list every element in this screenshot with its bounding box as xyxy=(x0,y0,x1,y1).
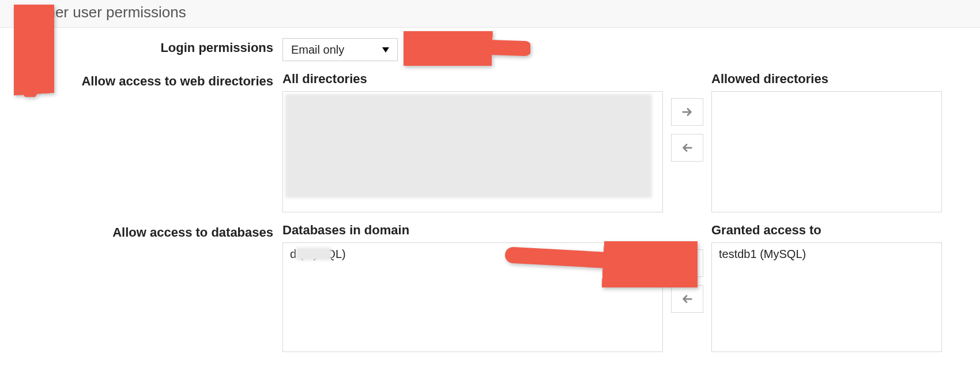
redacted-block xyxy=(285,94,652,198)
chevron-down-icon xyxy=(382,47,389,53)
row-databases: Allow access to databases Databases in d… xyxy=(0,223,980,352)
arrow-left-icon xyxy=(681,293,693,305)
section-header[interactable]: Other user permissions xyxy=(0,0,980,28)
web-directories-label: Allow access to web directories xyxy=(0,72,282,89)
all-directories-heading: All directories xyxy=(282,72,663,87)
allowed-directories-listbox[interactable] xyxy=(711,91,942,212)
chevron-down-icon xyxy=(14,9,24,16)
list-item[interactable]: d (MySQL) xyxy=(284,244,661,264)
login-permissions-label: Login permissions xyxy=(0,38,282,55)
databases-dual-list: Databases in domain d (MySQL) xyxy=(282,223,942,352)
row-web-directories: Allow access to web directories All dire… xyxy=(0,72,980,212)
databases-domain-heading: Databases in domain xyxy=(282,223,663,238)
all-directories-listbox[interactable] xyxy=(282,91,663,212)
allowed-directories-heading: Allowed directories xyxy=(711,72,942,87)
databases-domain-listbox[interactable]: d (MySQL) xyxy=(282,242,663,352)
move-left-button[interactable] xyxy=(671,285,703,313)
section-title: Other user permissions xyxy=(31,3,186,21)
arrow-right-icon xyxy=(681,257,693,270)
redacted-block xyxy=(296,248,331,260)
databases-label: Allow access to databases xyxy=(0,223,282,240)
web-directories-dual-list: All directories Allowed direc xyxy=(282,72,942,212)
login-permissions-select[interactable]: Email only xyxy=(282,38,398,61)
granted-access-heading: Granted access to xyxy=(711,223,942,238)
arrow-left-icon xyxy=(681,141,693,154)
move-right-button[interactable] xyxy=(671,249,703,277)
granted-access-listbox[interactable]: testdb1 (MySQL) xyxy=(711,242,942,352)
list-item[interactable]: testdb1 (MySQL) xyxy=(713,244,940,264)
move-right-button[interactable] xyxy=(671,98,703,126)
login-permissions-value: Email only xyxy=(291,43,344,57)
row-login-permissions: Login permissions Email only xyxy=(0,38,980,61)
arrow-right-icon xyxy=(681,106,693,118)
move-left-button[interactable] xyxy=(671,134,703,162)
